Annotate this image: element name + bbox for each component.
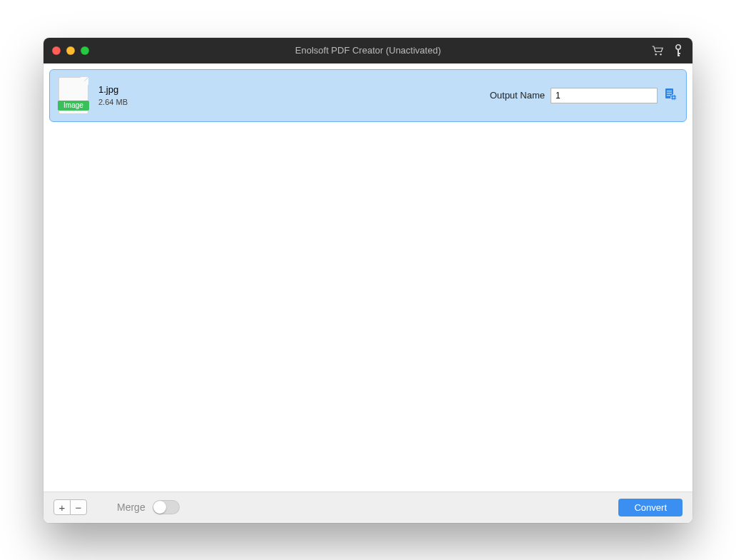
footer-bar: + − Merge Convert (44, 492, 692, 523)
svg-rect-4 (678, 53, 680, 54)
window-controls (52, 46, 89, 55)
window-title: Enolsoft PDF Creator (Unactivated) (44, 45, 692, 56)
file-name: 1.jpg (98, 84, 128, 95)
file-size: 2.64 MB (98, 98, 128, 106)
file-row[interactable]: Image 1.jpg 2.64 MB Output Name (49, 69, 687, 122)
svg-rect-3 (678, 49, 679, 56)
cart-icon[interactable] (651, 45, 664, 56)
output-name-input[interactable] (551, 88, 658, 103)
svg-point-2 (676, 44, 680, 49)
file-list: Image 1.jpg 2.64 MB Output Name (44, 63, 692, 492)
zoom-window-button[interactable] (81, 46, 89, 55)
file-settings-icon[interactable] (663, 87, 678, 103)
minimize-window-button[interactable] (66, 46, 75, 55)
svg-point-0 (655, 54, 657, 55)
convert-button[interactable]: Convert (618, 499, 683, 516)
remove-file-button[interactable]: − (70, 499, 87, 515)
output-name-group: Output Name (490, 87, 678, 103)
output-name-label: Output Name (490, 90, 545, 101)
key-icon[interactable] (674, 44, 683, 57)
merge-label: Merge (117, 502, 145, 513)
svg-rect-9 (667, 95, 670, 96)
svg-rect-8 (667, 93, 672, 93)
svg-rect-7 (667, 91, 672, 91)
file-meta: 1.jpg 2.64 MB (98, 84, 128, 106)
svg-point-1 (660, 54, 661, 55)
svg-rect-5 (678, 55, 680, 56)
add-file-button[interactable]: + (53, 499, 71, 515)
file-type-badge: Image (58, 101, 89, 111)
file-thumbnail: Image (58, 77, 88, 114)
merge-toggle[interactable] (153, 500, 180, 514)
add-remove-group: + − (53, 499, 87, 515)
close-window-button[interactable] (52, 46, 61, 55)
titlebar-tools (651, 44, 683, 57)
app-window: Enolsoft PDF Creator (Unactivated) (44, 38, 692, 523)
merge-toggle-knob (153, 501, 166, 514)
svg-point-11 (673, 96, 674, 98)
merge-group: Merge (117, 500, 180, 514)
titlebar: Enolsoft PDF Creator (Unactivated) (44, 38, 692, 63)
